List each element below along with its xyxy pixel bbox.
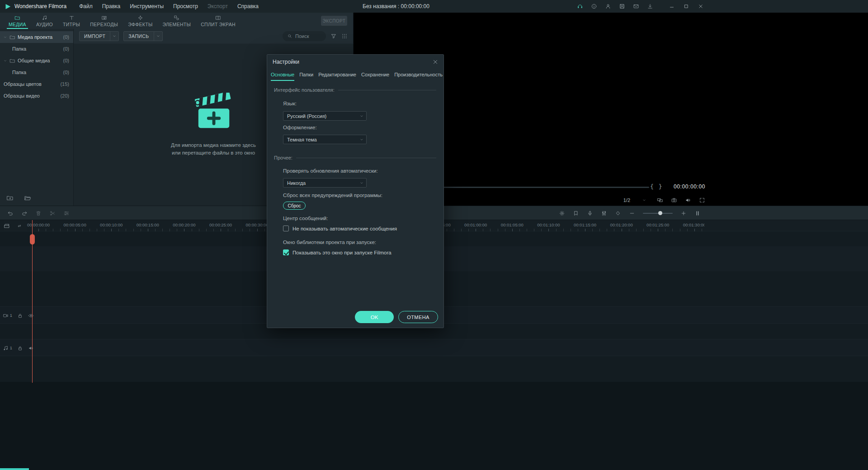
tab-splitscreen[interactable]: СПЛИТ ЭКРАН (196, 13, 241, 29)
render-preview-icon[interactable] (559, 210, 565, 216)
menu-file[interactable]: Файл (79, 3, 93, 9)
link-clips-icon[interactable] (16, 223, 23, 229)
filter-icon[interactable] (330, 33, 337, 39)
settings-tab-performance[interactable]: Производительность (394, 70, 443, 81)
zoom-in-icon[interactable] (680, 210, 687, 216)
account-icon[interactable] (605, 3, 611, 9)
checkbox-checked[interactable] (283, 249, 289, 255)
mute-speaker-icon[interactable] (28, 345, 34, 351)
import-dropdown[interactable] (110, 32, 118, 41)
sidebar-item-label: Папка (12, 70, 26, 75)
ok-button[interactable]: OK (355, 311, 394, 323)
search-input[interactable]: Поиск (283, 31, 326, 41)
zoom-out-icon[interactable] (629, 210, 635, 216)
audio-mixer-icon[interactable] (601, 210, 607, 216)
info-icon[interactable] (591, 3, 597, 9)
import-button[interactable]: ИМПОРТ (79, 31, 119, 41)
undo-icon[interactable] (7, 210, 14, 216)
tab-transitions[interactable]: ПЕРЕХОДЫ (85, 13, 123, 29)
close-window-button[interactable] (698, 3, 704, 9)
timeline-scrollbar-thumb[interactable] (0, 468, 29, 470)
fullscreen-icon[interactable] (699, 197, 705, 203)
audio-track-header: 1 (3, 339, 34, 357)
tab-elements[interactable]: ЭЛЕМЕНТЫ (158, 13, 196, 29)
settings-tab-editing[interactable]: Редактирование (318, 70, 356, 81)
dual-screen-icon[interactable] (657, 197, 663, 203)
save-icon[interactable] (619, 3, 625, 9)
menu-export: Экспорт (208, 3, 228, 9)
sidebar-item-shared-media[interactable]: Общие медиа (0) (0, 55, 73, 66)
lock-icon[interactable] (17, 313, 23, 319)
voiceover-mic-icon[interactable] (587, 210, 593, 216)
dialog-close-icon[interactable] (432, 58, 439, 66)
playhead-line[interactable] (32, 220, 33, 383)
tab-effects[interactable]: ЭФФЕКТЫ (123, 13, 157, 29)
redo-icon[interactable] (21, 210, 28, 216)
zoom-slider-knob[interactable] (658, 211, 662, 215)
tab-audio[interactable]: АУДИО (31, 13, 58, 29)
add-to-timeline-icon[interactable] (4, 223, 10, 229)
view-grid-icon[interactable] (341, 33, 348, 39)
caret-down-icon[interactable] (3, 35, 7, 39)
language-value: Русский (Россия) (287, 113, 326, 119)
menu-edit[interactable]: Правка (102, 3, 121, 9)
language-select[interactable]: Русский (Россия) (283, 111, 367, 121)
playhead-grip[interactable] (30, 234, 35, 244)
sidebar-item-folder-1[interactable]: Папка (0) (0, 43, 73, 55)
delete-icon[interactable] (35, 210, 42, 216)
maximize-button[interactable] (683, 3, 689, 9)
zoom-fit-icon[interactable] (694, 210, 701, 216)
import-empty-state[interactable]: Для импорта медиа нажмите здесь или пере… (171, 93, 256, 157)
timeline-zoom-slider[interactable] (643, 213, 673, 214)
settings-tab-general[interactable]: Основные (271, 70, 294, 81)
sidebar-item-color-samples[interactable]: Образцы цветов (15) (0, 78, 73, 90)
keyframe-icon[interactable] (615, 210, 621, 216)
mark-in-icon[interactable]: { (650, 183, 654, 190)
snapshot-camera-icon[interactable] (671, 197, 677, 203)
mail-icon[interactable] (633, 3, 639, 9)
language-label: Язык: (283, 101, 297, 106)
reset-button[interactable]: Сброс (283, 202, 306, 210)
open-folder-icon[interactable] (24, 194, 31, 202)
sidebar-item-label: Образцы цветов (4, 81, 42, 87)
theme-select[interactable]: Темная тема (283, 135, 367, 144)
speaker-icon[interactable] (685, 197, 691, 203)
preview-quality-select[interactable]: 1/2 (623, 197, 646, 203)
checkbox-unchecked[interactable] (283, 226, 289, 231)
mark-out-icon[interactable]: } (659, 183, 662, 190)
tab-media[interactable]: МЕДИА (4, 13, 31, 29)
updates-select[interactable]: Никогда (283, 178, 367, 188)
tab-titles[interactable]: ТИТРЫ (58, 13, 85, 29)
menu-tools[interactable]: Инструменты (130, 3, 164, 9)
eye-icon[interactable] (28, 313, 34, 319)
minimize-button[interactable] (669, 3, 675, 9)
split-scissors-icon[interactable] (49, 210, 56, 216)
record-button[interactable]: ЗАПИСЬ (123, 31, 162, 41)
lock-icon[interactable] (17, 345, 23, 351)
cancel-button[interactable]: ОТМЕНА (398, 311, 438, 323)
download-icon[interactable] (647, 3, 653, 9)
settings-tab-folders[interactable]: Папки (299, 70, 313, 81)
record-dropdown[interactable] (154, 32, 162, 41)
show-on-startup-checkbox-row[interactable]: Показывать это окно при запуске Filmora (283, 249, 392, 255)
elements-icon (174, 15, 179, 21)
ruler-timestamp: 00:00:10:00 (100, 222, 123, 227)
menu-view[interactable]: Просмотр (173, 3, 198, 9)
caret-down-icon[interactable] (3, 59, 7, 63)
auto-messages-checkbox-row[interactable]: Не показывать автоматические сообщения (283, 226, 397, 231)
sidebar-item-project-media[interactable]: Медиа проекта (0) (0, 31, 73, 43)
audio-track[interactable]: 1 (0, 339, 868, 356)
empty-state-text: Для импорта медиа нажмите здесь или пере… (171, 141, 256, 157)
sidebar-item-folder-2[interactable]: Папка (0) (0, 66, 73, 78)
tab-titles-label: ТИТРЫ (63, 22, 80, 27)
settings-tab-saving[interactable]: Сохранение (361, 70, 389, 81)
support-icon[interactable] (577, 3, 583, 9)
folder-icon (9, 34, 15, 40)
preview-timecode: 00:00:00:00 (674, 183, 705, 190)
marker-icon[interactable] (573, 210, 579, 216)
menu-help[interactable]: Справка (237, 3, 259, 9)
sidebar-item-sample-videos[interactable]: Образцы видео (20) (0, 90, 73, 102)
add-folder-icon[interactable] (6, 194, 14, 202)
advanced-edit-icon[interactable] (63, 210, 70, 216)
record-button-label: ЗАПИСЬ (124, 32, 153, 41)
